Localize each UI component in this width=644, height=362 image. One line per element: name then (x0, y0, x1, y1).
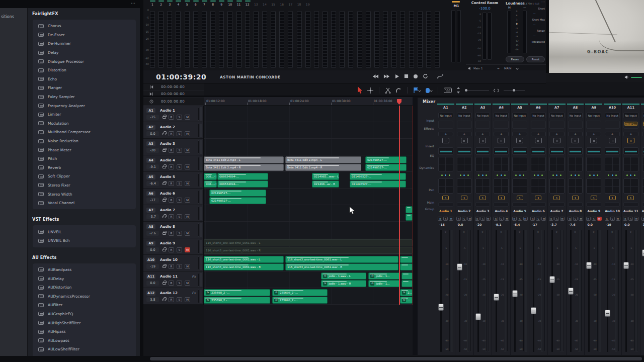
track-header[interactable]: A6Audio 6-17RSM (143, 189, 203, 205)
solo-button[interactable]: S (177, 115, 182, 120)
playhead-marker[interactable] (397, 99, 401, 105)
effect-item[interactable]: Frequency Analyzer (33, 101, 136, 110)
lock-icon[interactable] (163, 282, 166, 285)
strip-group-slot[interactable] (475, 202, 491, 207)
strip-effects-slot[interactable] (512, 121, 527, 129)
effect-item[interactable]: Pitch (33, 154, 136, 163)
loudness-menu-icon[interactable]: ⋯ (541, 0, 545, 4)
strip-pan-editor[interactable] (642, 178, 644, 194)
track-header[interactable]: A7Audio 7-3.7RSM (143, 205, 203, 222)
snap-tool[interactable] (395, 87, 401, 94)
audio-clip[interactable] (400, 256, 413, 263)
strip-effects-slot[interactable]: Vocal C... (623, 121, 638, 129)
fast-rewind-button[interactable] (372, 74, 379, 79)
strip-group-slot[interactable] (512, 202, 527, 207)
slider-handle[interactable] (513, 89, 515, 92)
mute-button[interactable]: M (185, 131, 190, 136)
strip-eq-editor[interactable] (642, 147, 644, 155)
timeline-clip-area[interactable]: Beta 3411 Edit 2.mp4 - LBeta 3411 Edit 2… (204, 106, 413, 355)
effect-item[interactable]: Flanger (33, 83, 136, 93)
strip-add-effect-button[interactable]: + (438, 132, 453, 136)
audio-clip[interactable]: 116_short3_one-last-time_0061.wav - R (285, 263, 398, 270)
audio-clip[interactable]: fx235698_2 -... (272, 297, 328, 304)
strip-insert-toggle[interactable] (461, 138, 468, 143)
strip-fader[interactable]: 0-5-10-15-20-30-40-50 (548, 228, 566, 355)
strip-dynamics-editor[interactable] (549, 157, 565, 171)
fader-handle[interactable] (531, 307, 536, 314)
strip-input-selector[interactable]: No Input (475, 113, 491, 118)
play-button[interactable] (394, 74, 399, 79)
effect-item[interactable]: AUDynamicsProcessor (33, 292, 136, 301)
strip-add-effect-button[interactable]: + (457, 132, 472, 136)
mute-button[interactable]: M (486, 217, 491, 221)
strip-main-bus-badge[interactable]: 1 (609, 196, 616, 200)
strip-fader[interactable]: 0-5-10-15-20-30-40-50 (455, 228, 473, 355)
effect-item[interactable]: AULowpass (33, 336, 136, 345)
audio-clip[interactable]: 021498527-... (365, 164, 407, 171)
lock-icon[interactable] (163, 149, 166, 152)
track-header[interactable]: A9Audio 90.0RSM (143, 238, 203, 255)
fader-handle[interactable] (475, 313, 481, 320)
strip-effects-slot[interactable] (475, 121, 491, 129)
audio-clip[interactable]: 116_short3_one-last-time_0061.wav - R (204, 247, 413, 254)
solo-button[interactable]: S (462, 217, 466, 221)
strip-main-bus-badge[interactable]: 1 (591, 196, 597, 200)
audio-clip[interactable]: fxjodie - 1.wav - R (321, 280, 366, 287)
strip-group-slot[interactable] (623, 202, 638, 207)
audio-clip[interactable]: Beta 3411 Edit 2.mp4 - L (285, 156, 361, 163)
strip-effects-slot[interactable] (586, 121, 601, 129)
fader-handle[interactable] (457, 263, 462, 270)
mute-button[interactable]: M (185, 214, 190, 219)
record-arm-button[interactable]: R (169, 181, 174, 186)
strip-pan-editor[interactable] (512, 178, 527, 194)
reset-button[interactable]: Reset (526, 56, 545, 62)
strip-group-slot[interactable] (457, 202, 472, 207)
strip-effects-slot[interactable] (549, 121, 565, 129)
strip-input-selector[interactable]: No Input (549, 113, 565, 118)
effect-item[interactable]: Noise Reduction (33, 137, 136, 146)
volume-slider[interactable] (631, 77, 642, 78)
strip-pan-editor[interactable] (586, 178, 601, 194)
lock-icon[interactable] (163, 116, 166, 119)
effect-item[interactable]: Echo (33, 75, 136, 84)
audio-clip[interactable]: 116_short3_one-last-time_0061.wav - R (204, 263, 284, 270)
solo-button[interactable]: S (177, 297, 182, 302)
strip-eq-editor[interactable] (438, 147, 453, 155)
lock-icon[interactable] (163, 183, 166, 185)
track-header[interactable]: A5Audio 5-6.4RSM (143, 172, 203, 189)
strip-add-effect-button[interactable]: + (531, 132, 546, 136)
strip-insert-toggle[interactable] (535, 138, 542, 143)
strip-eq-editor[interactable] (531, 147, 546, 155)
effect-item[interactable]: Limiter (33, 110, 136, 119)
lock-icon[interactable] (163, 166, 166, 168)
strip-effects-slot[interactable] (605, 121, 620, 129)
audio-clip[interactable]: Beta 3411 Edit 2.mp4 - L (204, 156, 284, 163)
strip-insert-toggle[interactable] (590, 138, 597, 143)
fader-handle[interactable] (642, 249, 644, 256)
strip-main-bus-badge[interactable]: 1 (535, 196, 541, 200)
strip-add-effect-button[interactable]: + (549, 132, 565, 136)
strip-eq-editor[interactable] (512, 147, 527, 155)
strip-insert-toggle[interactable] (627, 138, 634, 143)
marker-tool[interactable] (425, 87, 432, 94)
timeline-scroll-gutter[interactable] (413, 97, 418, 355)
strip-group-slot[interactable] (586, 202, 601, 207)
strip-pan-editor[interactable] (438, 178, 453, 194)
mute-button[interactable]: M (634, 217, 638, 221)
audio-clip[interactable]: Beta 3411 Edit 2.mp4 - R (285, 164, 361, 171)
record-arm-button[interactable]: R (169, 115, 174, 120)
strip-input-selector[interactable]: No Input (438, 113, 453, 118)
strip-fader[interactable]: 0-5-10-15-20-30-40-50 (603, 228, 621, 355)
nav-item-partial[interactable]: sitions (1, 15, 14, 19)
strip-fader[interactable]: 0-5-10-15-20-30-40-50 (567, 228, 585, 355)
automation-curve-icon[interactable] (437, 73, 444, 79)
monitor-source-label[interactable]: Main 1 (473, 67, 482, 70)
record-button[interactable] (413, 74, 418, 79)
strip-dynamics-editor[interactable] (623, 157, 638, 171)
solo-button[interactable]: S (177, 164, 182, 169)
solo-button[interactable]: S (518, 217, 522, 221)
horizontal-scrollbar[interactable] (0, 356, 644, 362)
mute-button[interactable]: M (185, 181, 190, 186)
strip-pan-editor[interactable] (549, 178, 565, 194)
mute-button[interactable]: M (185, 247, 190, 252)
